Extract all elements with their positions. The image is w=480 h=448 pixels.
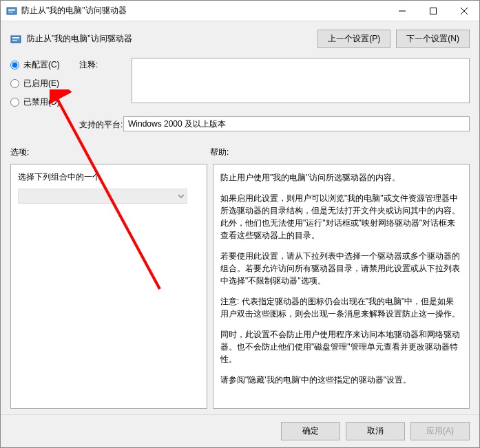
help-p1: 防止用户使用"我的电脑"访问所选驱动器的内容。 <box>220 171 462 184</box>
svg-rect-3 <box>8 12 13 12</box>
radio-disabled-input[interactable] <box>10 98 19 107</box>
svg-rect-9 <box>12 37 19 38</box>
options-label: 选项: <box>10 147 210 158</box>
svg-rect-11 <box>12 40 17 41</box>
dialog-window: 防止从"我的电脑"访问驱动器 防止从"我的电脑"访问驱动器 上一个设置(P) 下… <box>0 0 480 448</box>
nav-buttons: 上一个设置(P) 下一个设置(N) <box>317 30 470 48</box>
section-labels: 选项: 帮助: <box>1 141 479 161</box>
help-p2: 如果启用此设置，则用户可以浏览"我的电脑"或文件资源管理器中所选驱动器的目录结构… <box>220 192 462 242</box>
svg-rect-1 <box>8 9 15 10</box>
platform-row: 支持的平台: <box>1 112 479 141</box>
panels-row: 选择下列组合中的一个 防止用户使用"我的电脑"访问所选驱动器的内容。 如果启用此… <box>1 161 479 414</box>
help-label: 帮助: <box>210 147 470 158</box>
radio-enabled-label: 已启用(E) <box>23 78 59 89</box>
comment-textarea[interactable] <box>132 58 470 103</box>
radio-disabled-label: 已禁用(D) <box>23 96 60 108</box>
footer: 确定 取消 应用(A) <box>1 414 479 447</box>
header-row: 防止从"我的电脑"访问驱动器 上一个设置(P) 下一个设置(N) <box>1 21 479 54</box>
radio-enabled[interactable]: 已启用(E) <box>10 78 79 89</box>
policy-title: 防止从"我的电脑"访问驱动器 <box>27 33 317 45</box>
close-button[interactable] <box>448 1 479 21</box>
help-p6: 请参阅"隐藏'我的电脑'中的这些指定的驱动器"设置。 <box>220 374 462 386</box>
titlebar-buttons <box>386 1 479 21</box>
radio-disabled[interactable]: 已禁用(D) <box>10 96 79 108</box>
svg-rect-10 <box>12 39 19 39</box>
state-radio-group: 未配置(C) 已启用(E) 已禁用(D) <box>10 58 79 108</box>
platform-label: 支持的平台: <box>79 118 123 131</box>
previous-setting-button[interactable]: 上一个设置(P) <box>317 30 390 48</box>
svg-rect-5 <box>430 8 436 14</box>
help-panel: 防止用户使用"我的电脑"访问所选驱动器的内容。 如果启用此设置，则用户可以浏览"… <box>213 164 470 409</box>
window-title: 防止从"我的电脑"访问驱动器 <box>21 5 386 17</box>
config-row: 未配置(C) 已启用(E) 已禁用(D) 注释: <box>1 54 479 112</box>
drive-combo-dropdown[interactable] <box>18 189 187 204</box>
comment-label: 注释: <box>79 58 132 71</box>
cancel-button[interactable]: 取消 <box>346 422 405 440</box>
help-p3: 若要使用此设置，请从下拉列表中选择一个驱动器或多个驱动器的组合。若要允许访问所有… <box>220 250 462 287</box>
policy-header-icon <box>10 34 21 45</box>
radio-not-configured-label: 未配置(C) <box>23 59 60 71</box>
radio-not-configured-input[interactable] <box>10 61 19 70</box>
titlebar: 防止从"我的电脑"访问驱动器 <box>1 1 479 21</box>
minimize-button[interactable] <box>386 1 417 21</box>
options-panel: 选择下列组合中的一个 <box>10 164 207 409</box>
policy-icon <box>6 6 17 17</box>
next-setting-button[interactable]: 下一个设置(N) <box>396 30 470 48</box>
apply-button[interactable]: 应用(A) <box>410 422 470 440</box>
maximize-button[interactable] <box>417 1 448 21</box>
platform-input <box>123 116 470 131</box>
radio-not-configured[interactable]: 未配置(C) <box>10 59 79 71</box>
dropdown-label: 选择下列组合中的一个 <box>18 171 200 183</box>
radio-enabled-input[interactable] <box>10 79 19 88</box>
ok-button[interactable]: 确定 <box>281 422 340 440</box>
svg-rect-2 <box>8 10 15 11</box>
help-p4: 注意: 代表指定驱动器的图标仍会出现在"我的电脑"中，但是如果用户双击这些图标，… <box>220 295 462 320</box>
help-p5: 同时，此设置不会防止用户使用程序来访问本地驱动器和网络驱动器。也不会防止他们使用… <box>220 328 462 365</box>
